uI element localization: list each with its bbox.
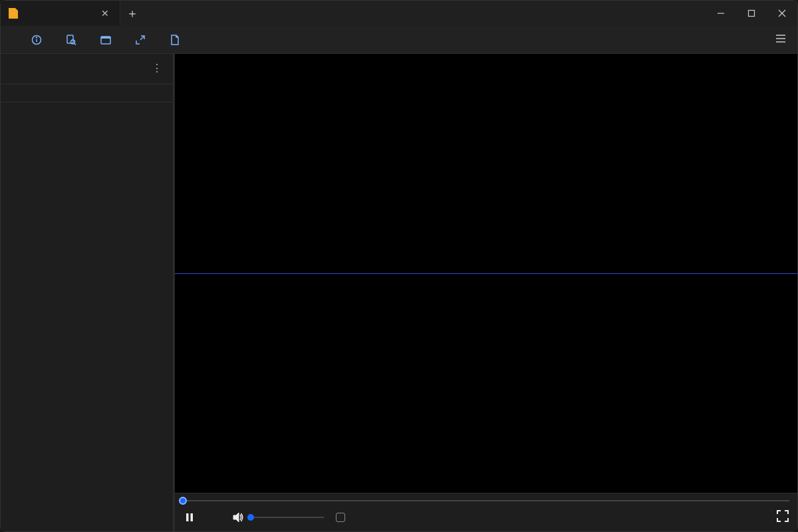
waveform-viewer[interactable] [175,54,797,493]
fullscreen-icon [135,35,146,45]
hamburger-icon [775,33,787,45]
document-tab[interactable]: ✕ [1,1,120,26]
export-audio-button[interactable] [162,31,194,49]
svg-line-9 [74,43,76,45]
svg-point-6 [37,37,37,38]
tab-close-icon[interactable]: ✕ [98,7,112,20]
volume-slider[interactable] [251,513,324,521]
waveform-right-channel [175,273,797,493]
file-information-section: ⋮ [1,54,173,84]
sidebar: ⋮ [1,54,174,531]
export-icon [170,35,180,45]
mute-checkbox[interactable] [336,513,350,522]
window-maximize-button[interactable] [736,1,767,26]
svg-rect-11 [101,37,110,39]
file-menu[interactable] [5,36,21,44]
svg-rect-1 [749,11,755,17]
file-info-button[interactable] [23,31,55,49]
media-information-section [1,84,173,102]
svg-rect-18 [186,513,189,521]
menu-button[interactable] [768,29,793,51]
new-tab-button[interactable]: ＋ [120,1,144,26]
window-minimize-button[interactable] [706,1,736,26]
titlebar: ✕ ＋ [1,1,797,26]
fullscreen-button[interactable] [127,31,159,49]
browse-icon [100,35,111,45]
waveform-left-channel [175,54,797,273]
browse-button[interactable] [92,31,124,49]
fileinfo-section [1,102,173,128]
inspect-icon [66,35,76,45]
progress-slider[interactable] [183,496,789,505]
svg-line-12 [140,36,144,40]
svg-rect-19 [191,513,194,521]
toolbar [1,26,797,54]
expand-icon [776,509,789,523]
svg-rect-7 [67,35,73,43]
checkbox-icon [336,513,345,522]
file-icon [9,8,18,19]
volume-icon[interactable] [232,511,244,523]
transport-bar [175,493,797,531]
main-pane [174,54,797,531]
fullscreen-toggle[interactable] [776,509,789,525]
inspect-button[interactable] [58,31,90,49]
window-close-button[interactable] [767,1,797,26]
info-icon [31,35,42,45]
pause-button[interactable] [183,511,196,524]
pause-icon [184,512,195,523]
svg-marker-20 [233,513,239,522]
section-menu-icon[interactable]: ⋮ [149,62,165,74]
